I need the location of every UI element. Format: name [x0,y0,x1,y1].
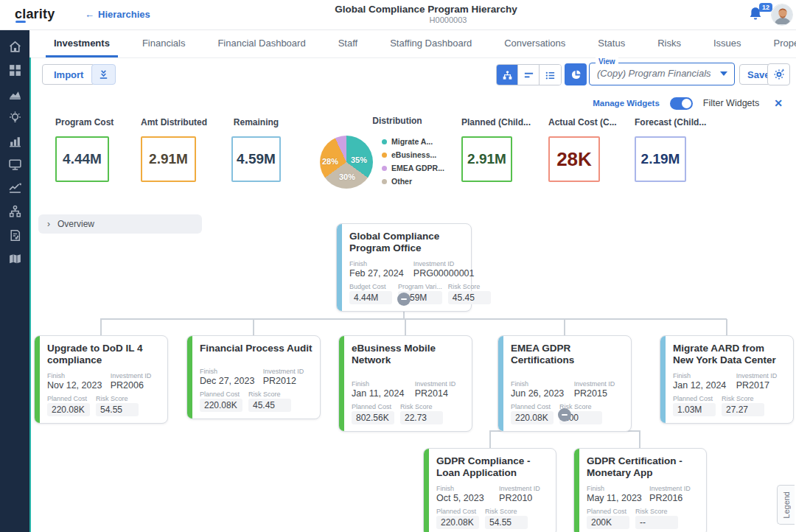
tree-connector [253,319,254,335]
tab-status[interactable]: Status [590,30,633,57]
hierarchy-node[interactable]: eBusiness Mobile Network FinishJan 11, 2… [338,335,472,432]
chip-label: Budget Cost [349,283,392,290]
download-import-icon-button[interactable] [91,64,116,85]
overview-label: Overview [57,219,94,229]
hierarchy-node[interactable]: Migrate AARD from New York Data Center F… [660,335,794,424]
legend-label: EMEA GDPR... [391,164,444,172]
pie-chart-icon [570,69,582,80]
download-icon [98,69,109,80]
widgets-toggle-button[interactable] [565,63,587,85]
collapse-button[interactable] [397,293,411,306]
tree-connector [100,318,727,320]
hierarchies-back-link[interactable]: ←Hierarchies [85,9,150,20]
hierarchy-node[interactable]: Financial Process Audit FinishDec 27, 20… [186,335,321,419]
ideas-lightbulb-icon[interactable] [8,111,22,125]
chip-label: Risk Score [96,395,139,402]
collapse-button[interactable] [558,408,571,421]
manage-widgets-link[interactable]: Manage Widgets [593,99,660,108]
hierarchy-view-button[interactable] [497,65,518,85]
chip-label: Planned Cost [587,508,629,515]
tab-risks[interactable]: Risks [649,30,689,57]
settings-gear-button[interactable] [767,63,790,85]
chip-value: 220.08K [47,403,90,416]
list-view-button[interactable] [540,65,561,85]
node-title: Migrate AARD from New York Data Center [673,343,786,367]
chip-label: Planned Cost [47,395,90,402]
import-button[interactable]: Import [42,64,95,85]
node-title: GDPR Certification - Monetary App [587,455,699,480]
field-value: Nov 12, 2023 [47,380,111,391]
tab-issues[interactable]: Issues [705,30,750,57]
hierarchy-node[interactable]: GDPR Certification - Monetary App Finish… [573,448,707,532]
tab-financial-dashboard[interactable]: Financial Dashboard [209,30,313,57]
hierarchy-icon[interactable] [8,205,22,219]
node-status-bar [339,336,344,431]
kpi-label: Actual Cost (C... [548,117,600,127]
filter-widgets-label: Filter Widgets [703,98,759,108]
chip-label: Planned Cost [436,508,479,515]
field-value: PR2012 [263,376,313,386]
tab-financials[interactable]: Financials [134,30,194,57]
chip-value: 54.55 [485,516,528,529]
distribution-widget: Distribution 35% 28% 30% Migrate A... eB… [313,116,460,132]
align-lines-icon [523,70,534,81]
legend-dot [382,153,387,158]
grid-icon[interactable] [8,63,22,77]
pie-slice-label: 35% [351,155,367,164]
trend-line-icon[interactable] [8,181,22,195]
legend-dot [382,179,387,184]
map-icon[interactable] [8,252,22,266]
field-value: Jun 26, 2023 [511,388,574,399]
compact-view-button[interactable] [518,65,540,85]
chip-label: Risk Score [448,283,491,290]
tab-staff[interactable]: Staff [330,30,366,57]
monitor-icon[interactable] [8,158,22,172]
tab-conversations[interactable]: Conversations [496,30,573,57]
kpi-program-cost: Program Cost 4.44M [55,117,109,182]
teal-accent-strip [29,57,31,532]
notifications-bell-icon[interactable]: 12 [746,4,771,27]
overview-expander[interactable]: › Overview [38,214,202,234]
chip-label: Risk Score [722,395,764,402]
chip-value: 1.03M [673,403,716,416]
chip-value: 22.73 [400,411,443,424]
kpi-actual-cost: Actual Cost (C... 28K [548,117,600,182]
legend-item: eBusiness... [382,150,444,159]
clarity-logo[interactable]: clarity [15,7,55,22]
top-bar: clarity ←Hierarchies Global Compliance P… [0,0,796,30]
view-select[interactable]: View (Copy) Program Financials [589,63,735,85]
chip-value: 45.45 [248,399,291,412]
hierarchy-node[interactable]: Upgrade to DoD IL 4 compliance FinishNov… [34,335,168,424]
bullet-list-icon [545,70,556,81]
user-avatar[interactable] [771,4,793,26]
kpi-value: 4.59M [237,151,276,167]
node-status-bar [337,224,342,311]
distribution-pie: 35% 28% 30% [320,136,373,189]
chip-value: 220.08K [436,516,479,529]
legend-tab-label: Legend [782,491,791,519]
legend-flyout-tab[interactable]: Legend [777,485,795,525]
field-label: Investment ID [649,485,699,492]
filter-widgets-toggle[interactable] [670,97,693,110]
close-widgets-icon[interactable]: ✕ [774,97,783,109]
legend-dot [382,139,387,144]
org-chart-icon [502,70,513,81]
field-label: Finish [436,485,499,492]
tab-properties[interactable]: Properties [766,30,796,57]
tree-connector [405,319,406,335]
area-chart-icon[interactable] [8,87,22,101]
kpi-value-box: 4.44M [55,136,109,182]
hierarchy-node[interactable]: GDPR Compliance - Loan Application Finis… [423,448,556,532]
kpi-value-box: 28K [548,136,600,182]
bar-chart-icon[interactable] [8,134,22,148]
view-select-value: (Copy) Program Financials [597,68,711,79]
tab-staffing-dashboard[interactable]: Staffing Dashboard [382,30,480,57]
node-title: eBusiness Mobile Network [352,343,464,367]
tab-investments[interactable]: Investments [46,30,118,57]
home-icon[interactable] [8,40,22,54]
chevron-right-icon: › [47,219,50,229]
kpi-value: 28K [556,148,592,171]
field-label: Investment ID [413,260,464,267]
tasks-notes-icon[interactable] [8,228,22,242]
kpi-value: 2.19M [641,151,680,167]
